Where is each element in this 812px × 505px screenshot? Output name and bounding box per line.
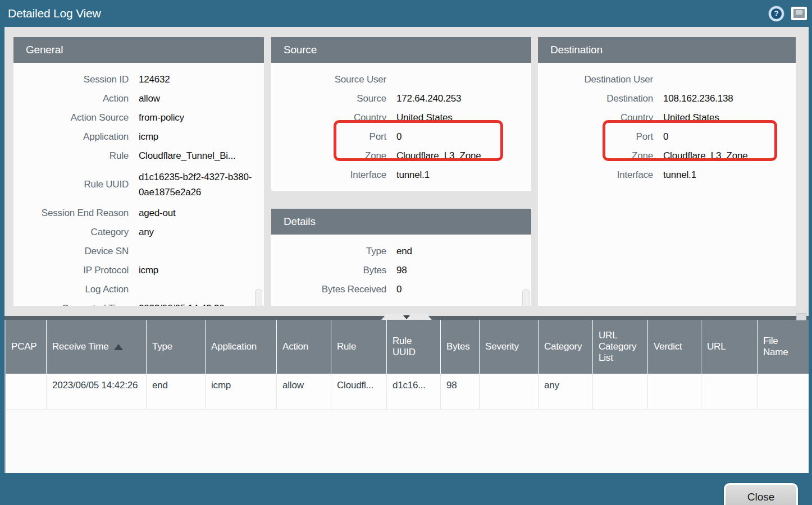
field-label: Interface [271,166,386,185]
field-label: Type [271,242,386,261]
detail-panels-section: General Session ID124632ActionallowActio… [4,27,809,316]
column-header-action[interactable]: Action [277,320,331,374]
field-value: end [386,242,412,261]
column-header-severity[interactable]: Severity [480,320,539,374]
field-value: Cloudflare_Tunnel_Bi... [129,146,235,166]
details-panel-header: Details [271,209,531,235]
field-row: Source User [271,70,531,89]
field-row: Generated Time2023/06/05 14:42:26 [13,299,264,306]
table-cell [593,374,648,410]
column-header-bytes[interactable]: Bytes [441,320,480,374]
help-icon[interactable]: ? [769,6,784,21]
horizontal-splitter[interactable] [4,316,809,320]
table-row: 2023/06/05 14:42:26endicmpallowCloudfl..… [6,374,809,410]
field-label: Country [271,108,386,127]
destination-panel-body: Destination UserDestination108.162.236.1… [538,63,796,185]
field-value [129,280,139,299]
column-header-receive-time[interactable]: Receive Time [47,320,147,374]
field-label: Destination [538,89,653,108]
field-value: 124632 [129,70,170,89]
table-cell: Cloudfl... [331,374,387,410]
field-value: 0 [386,280,402,299]
field-label: Rule UUID [13,166,129,204]
field-row: Action Sourcefrom-policy [13,108,264,127]
column-header-label: PCAP [11,341,37,352]
general-scrollbar[interactable] [255,289,262,306]
close-button[interactable]: Close [724,483,798,505]
field-value: Cloudflare_L3_Zone [386,146,481,166]
field-value: tunnel.1 [653,166,696,185]
column-header-type[interactable]: Type [147,320,206,374]
field-value [653,70,663,89]
field-label: Destination User [538,70,653,89]
column-header-url[interactable]: URL [701,320,758,374]
table-cell: d1c16... [387,374,441,410]
field-row: Port0 [271,127,531,146]
column-header-rule[interactable]: Rule [331,320,387,374]
source-panel: Source Source UserSource172.64.240.253Co… [271,37,531,191]
field-value: 2023/06/05 14:42:26 [129,299,224,306]
log-table-body: 2023/06/05 14:42:26endicmpallowCloudfl..… [6,374,809,410]
field-label: Port [271,127,386,146]
column-header-file-name[interactable]: File Name [758,320,809,374]
field-row: RuleCloudflare_Tunnel_Bi... [13,146,264,166]
field-row: ZoneCloudflare_L3_Zone [271,146,531,166]
field-row: Interfacetunnel.1 [538,166,796,185]
column-header-label: File Name [763,336,790,358]
field-row: Rule UUIDd1c16235-b2f2-4327-b380-0ae1875… [13,166,264,204]
source-panel-body: Source UserSource172.64.240.253CountryUn… [271,63,531,191]
column-header-application[interactable]: Application [206,320,277,374]
field-value: any [129,223,154,242]
field-row: Device SN [13,242,264,261]
splitter-collapse-handle[interactable] [381,314,432,320]
field-row: Applicationicmp [13,127,264,146]
table-cell: 98 [441,374,480,410]
field-value: icmp [129,127,158,146]
field-row: Categoryany [13,223,264,242]
general-panel: General Session ID124632ActionallowActio… [13,37,264,306]
field-label: Country [538,108,653,127]
field-row: CountryUnited States [538,108,796,127]
details-panel: Details TypeendBytes98Bytes Received0 [271,209,531,306]
maximize-icon[interactable] [791,7,807,20]
column-header-verdict[interactable]: Verdict [648,320,701,374]
log-table-area: PCAPReceive TimeTypeApplicationActionRul… [4,320,809,473]
field-label: Action [13,89,129,108]
field-label: Device SN [13,242,129,261]
field-label: Session End Reason [13,204,129,223]
table-cell [6,374,47,410]
field-label: Source User [271,70,386,89]
table-cell: any [539,374,593,410]
field-value: 108.162.236.138 [653,89,733,108]
column-header-category[interactable]: Category [539,320,593,374]
column-header-label: URL [707,341,726,352]
field-label: Bytes Received [271,280,386,299]
field-value: aged-out [129,204,176,223]
column-header-pcap[interactable]: PCAP [6,320,47,374]
table-cell: end [147,374,206,410]
column-header-url-category-list[interactable]: URL Category List [593,320,648,374]
details-scrollbar[interactable] [522,289,530,306]
chevron-down-icon [403,315,410,319]
field-label: IP Protocol [13,261,129,280]
table-scrollbar-corner[interactable] [796,313,806,320]
column-header-rule-uuid[interactable]: Rule UUID [387,320,441,374]
dialog-footer: Close [0,473,812,505]
column-header-label: Action [282,341,308,352]
table-cell [648,374,701,410]
destination-panel: Destination Destination UserDestination1… [538,37,796,306]
field-value: 98 [386,261,407,280]
table-cell [758,374,809,410]
field-value [129,242,139,261]
field-row: Port0 [538,127,796,146]
column-header-label: Bytes [446,341,470,352]
table-cell [480,374,539,410]
field-label: Application [13,127,129,146]
field-value: 0 [653,127,668,146]
field-row: Source172.64.240.253 [271,89,531,108]
field-value: 0 [386,127,402,146]
column-header-label: Receive Time [52,341,109,352]
field-value: Cloudflare_L3_Zone [653,146,747,166]
general-panel-body: Session ID124632ActionallowAction Source… [13,63,264,306]
column-header-label: URL Category List [599,330,636,363]
